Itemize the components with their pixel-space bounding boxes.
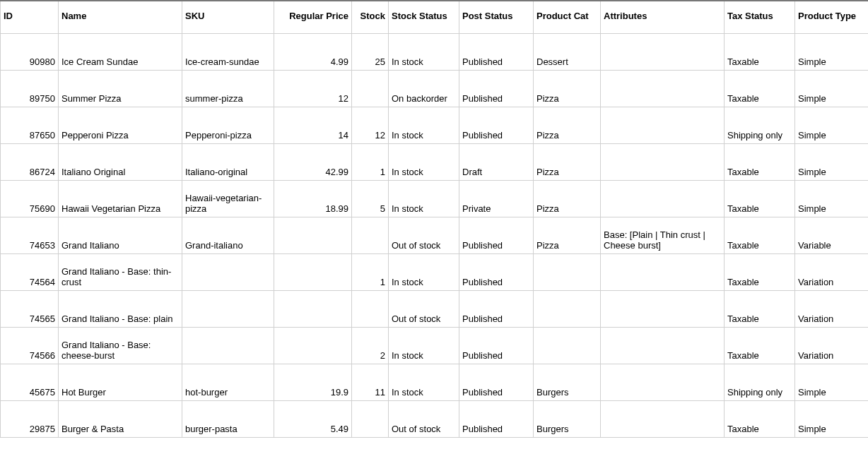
cell-attributes	[601, 400, 725, 437]
table-row: 75690Hawaii Vegetarian PizzaHawaii-veget…	[1, 180, 869, 217]
cell-product-cat: Pizza	[534, 107, 601, 143]
cell-attributes	[601, 180, 725, 217]
cell-stock: 12	[352, 107, 389, 143]
col-header-regular-price: Regular Price	[274, 1, 352, 33]
cell-product-cat: Burgers	[534, 364, 601, 400]
cell-tax-status: Taxable	[725, 217, 795, 253]
cell-stock-status: Out of stock	[389, 400, 459, 437]
cell-name: Grand Italiano - Base: thin-crust	[59, 253, 182, 290]
cell-name: Summer Pizza	[59, 70, 182, 107]
cell-post-status: Published	[459, 364, 534, 400]
col-header-stock-status: Stock Status	[389, 1, 459, 33]
col-header-product-type: Product Type	[795, 1, 869, 33]
cell-name: Grand Italiano - Base: cheese-burst	[59, 327, 182, 364]
cell-regular-price: 5.49	[274, 400, 352, 437]
table-row: 74564Grand Italiano - Base: thin-crust1I…	[1, 253, 869, 290]
cell-tax-status: Taxable	[725, 143, 795, 180]
table-row: 86724Italiano OriginalItaliano-original4…	[1, 143, 869, 180]
cell-attributes	[601, 327, 725, 364]
table-row: 29875Burger & Pastaburger-pasta5.49Out o…	[1, 400, 869, 437]
cell-stock: 25	[352, 33, 389, 70]
cell-name: Hot Burger	[59, 364, 182, 400]
cell-sku: Italiano-original	[182, 143, 274, 180]
cell-id: 74565	[1, 290, 59, 327]
cell-id: 86724	[1, 143, 59, 180]
table-row: 90980Ice Cream SundaeIce-cream-sundae4.9…	[1, 33, 869, 70]
cell-attributes	[601, 253, 725, 290]
cell-regular-price: 4.99	[274, 33, 352, 70]
cell-stock	[352, 290, 389, 327]
cell-stock-status: On backorder	[389, 70, 459, 107]
cell-attributes	[601, 143, 725, 180]
cell-regular-price: 19.9	[274, 364, 352, 400]
cell-sku: hot-burger	[182, 364, 274, 400]
col-header-tax-status: Tax Status	[725, 1, 795, 33]
col-header-id: ID	[1, 1, 59, 33]
cell-regular-price: 42.99	[274, 143, 352, 180]
cell-id: 74653	[1, 217, 59, 253]
cell-stock: 2	[352, 327, 389, 364]
cell-name: Ice Cream Sundae	[59, 33, 182, 70]
cell-post-status: Published	[459, 217, 534, 253]
cell-post-status: Published	[459, 253, 534, 290]
cell-stock: 1	[352, 143, 389, 180]
cell-sku: summer-pizza	[182, 70, 274, 107]
cell-stock	[352, 217, 389, 253]
cell-id: 87650	[1, 107, 59, 143]
cell-regular-price: 12	[274, 70, 352, 107]
cell-product-type: Variable	[795, 217, 869, 253]
cell-product-cat: Pizza	[534, 143, 601, 180]
cell-sku: burger-pasta	[182, 400, 274, 437]
cell-tax-status: Taxable	[725, 180, 795, 217]
cell-product-type: Simple	[795, 364, 869, 400]
col-header-attributes: Attributes	[601, 1, 725, 33]
cell-name: Italiano Original	[59, 143, 182, 180]
products-table: ID Name SKU Regular Price Stock Stock St…	[0, 0, 868, 438]
cell-stock-status: Out of stock	[389, 290, 459, 327]
cell-id: 29875	[1, 400, 59, 437]
cell-attributes	[601, 364, 725, 400]
cell-product-type: Variation	[795, 327, 869, 364]
col-header-stock: Stock	[352, 1, 389, 33]
cell-product-cat: Pizza	[534, 70, 601, 107]
cell-tax-status: Shipping only	[725, 364, 795, 400]
cell-stock-status: In stock	[389, 143, 459, 180]
cell-tax-status: Taxable	[725, 327, 795, 364]
cell-id: 74566	[1, 327, 59, 364]
cell-sku: Ice-cream-sundae	[182, 33, 274, 70]
cell-id: 75690	[1, 180, 59, 217]
cell-name: Grand Italiano	[59, 217, 182, 253]
cell-product-cat: Burgers	[534, 400, 601, 437]
col-header-name: Name	[59, 1, 182, 33]
cell-post-status: Published	[459, 33, 534, 70]
cell-attributes: Base: [Plain | Thin crust | Cheese burst…	[601, 217, 725, 253]
cell-attributes	[601, 70, 725, 107]
cell-product-cat	[534, 253, 601, 290]
cell-product-cat	[534, 290, 601, 327]
table-row: 89750Summer Pizzasummer-pizza12On backor…	[1, 70, 869, 107]
cell-tax-status: Taxable	[725, 33, 795, 70]
cell-product-cat	[534, 327, 601, 364]
cell-product-type: Simple	[795, 70, 869, 107]
cell-tax-status: Taxable	[725, 290, 795, 327]
cell-post-status: Published	[459, 107, 534, 143]
cell-name: Burger & Pasta	[59, 400, 182, 437]
cell-stock: 1	[352, 253, 389, 290]
cell-sku: Pepperoni-pizza	[182, 107, 274, 143]
cell-stock-status: Out of stock	[389, 217, 459, 253]
cell-product-type: Variation	[795, 253, 869, 290]
cell-stock-status: In stock	[389, 364, 459, 400]
cell-stock-status: In stock	[389, 33, 459, 70]
cell-product-cat: Pizza	[534, 180, 601, 217]
cell-stock: 11	[352, 364, 389, 400]
cell-product-cat: Pizza	[534, 217, 601, 253]
cell-product-type: Variation	[795, 290, 869, 327]
cell-post-status: Published	[459, 400, 534, 437]
cell-product-type: Simple	[795, 143, 869, 180]
cell-regular-price	[274, 253, 352, 290]
cell-post-status: Private	[459, 180, 534, 217]
cell-regular-price	[274, 217, 352, 253]
cell-stock-status: In stock	[389, 253, 459, 290]
cell-name: Pepperoni Pizza	[59, 107, 182, 143]
cell-product-type: Simple	[795, 400, 869, 437]
